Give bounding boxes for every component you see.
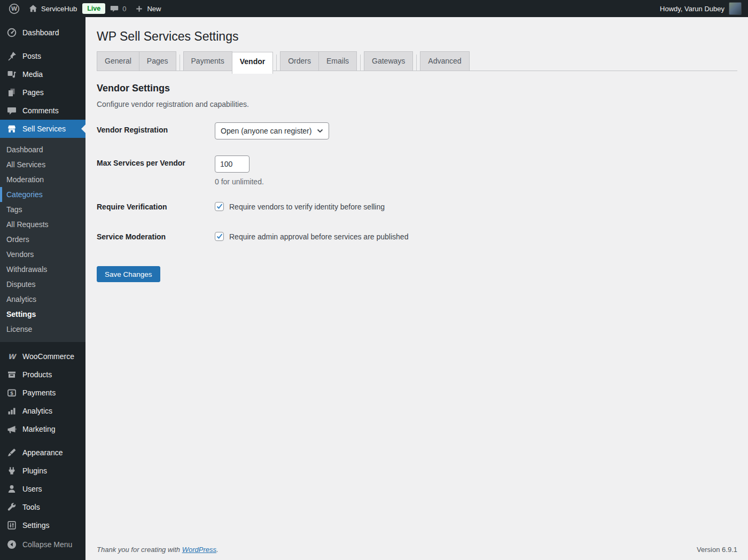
- sidebar-item-analytics[interactable]: Analytics: [0, 402, 85, 420]
- tab-divider: [276, 55, 277, 71]
- sidebar-item-label: Marketing: [22, 425, 55, 433]
- sidebar-item-comments[interactable]: Comments: [0, 102, 85, 120]
- submenu-item-disputes[interactable]: Disputes: [0, 277, 85, 292]
- sidebar-item-woocommerce[interactable]: W WooCommerce: [0, 347, 85, 365]
- tab-advanced[interactable]: Advanced: [420, 51, 469, 71]
- sidebar-item-label: Dashboard: [22, 28, 59, 37]
- sliders-icon: [6, 520, 17, 531]
- submenu-item-withdrawals[interactable]: Withdrawals: [0, 262, 85, 277]
- sidebar-item-products[interactable]: Products: [0, 365, 85, 384]
- comment-bubble-icon: [110, 4, 119, 13]
- woocommerce-icon: W: [6, 351, 17, 362]
- site-name: ServiceHub: [41, 5, 77, 13]
- checkmark-icon: [216, 204, 223, 209]
- checkbox-label[interactable]: Require admin approval before services a…: [229, 232, 408, 241]
- sidebar-item-users[interactable]: Users: [0, 480, 85, 498]
- vendor-registration-select[interactable]: Open (anyone can register): [215, 122, 329, 139]
- collapse-menu-label: Collapse Menu: [22, 540, 72, 549]
- max-services-input[interactable]: [215, 155, 250, 173]
- comments-menu[interactable]: 0: [105, 0, 130, 17]
- tab-emails[interactable]: Emails: [318, 51, 357, 71]
- sidebar-item-label: Media: [22, 70, 43, 79]
- chevron-down-icon: [317, 129, 323, 133]
- tab-payments[interactable]: Payments: [183, 51, 232, 71]
- submenu-item-settings[interactable]: Settings: [0, 307, 85, 322]
- megaphone-icon: [6, 424, 17, 434]
- avatar[interactable]: [729, 2, 742, 15]
- bar-chart-icon: [6, 406, 17, 416]
- sidebar-item-label: Analytics: [22, 407, 52, 415]
- submenu-label: Orders: [6, 235, 29, 244]
- submenu-item-dashboard[interactable]: Dashboard: [0, 142, 85, 157]
- sidebar-item-label: Products: [22, 370, 52, 379]
- collapse-menu-button[interactable]: Collapse Menu: [0, 535, 85, 554]
- sidebar-item-plugins[interactable]: Plugins: [0, 462, 85, 480]
- content-spacer: [97, 282, 737, 546]
- main-content: WP Sell Services Settings General Pages …: [85, 17, 748, 560]
- field-label: Service Moderation: [97, 232, 215, 241]
- checkbox-label[interactable]: Require vendors to verify identity befor…: [229, 203, 385, 211]
- sidebar-item-tools[interactable]: Tools: [0, 498, 85, 516]
- admin-sidebar: Dashboard Posts Media Pages: [0, 17, 85, 560]
- submenu-item-license[interactable]: License: [0, 322, 85, 337]
- sell-services-submenu: Dashboard All Services Moderation Catego…: [0, 138, 85, 342]
- sidebar-item-label: Pages: [22, 88, 44, 97]
- submenu-item-tags[interactable]: Tags: [0, 202, 85, 217]
- tab-orders[interactable]: Orders: [280, 51, 319, 71]
- sidebar-item-appearance[interactable]: Appearance: [0, 444, 85, 462]
- submenu-label: Analytics: [6, 295, 36, 304]
- section-heading: Vendor Settings: [97, 83, 737, 94]
- home-icon: [28, 4, 38, 13]
- vendor-settings-form: Vendor Registration Open (anyone can reg…: [97, 122, 737, 282]
- comments-icon: [6, 105, 17, 116]
- submenu-label: Vendors: [6, 250, 34, 259]
- tab-pages[interactable]: Pages: [139, 51, 176, 71]
- form-row-max-services: Max Services per Vendor 0 for unlimited.: [97, 155, 737, 186]
- submenu-item-moderation[interactable]: Moderation: [0, 172, 85, 187]
- sidebar-item-label: Posts: [22, 52, 41, 60]
- sidebar-item-posts[interactable]: Posts: [0, 47, 85, 65]
- field-label: Vendor Registration: [97, 122, 215, 134]
- new-content-menu[interactable]: New: [130, 0, 165, 17]
- wordpress-logo-icon[interactable]: W: [4, 0, 24, 17]
- collapse-arrow-icon: [6, 539, 17, 550]
- sidebar-item-media[interactable]: Media: [0, 65, 85, 83]
- sidebar-item-marketing[interactable]: Marketing: [0, 420, 85, 438]
- tab-gateways[interactable]: Gateways: [364, 51, 413, 71]
- dashboard-icon: [6, 27, 17, 38]
- save-changes-button[interactable]: Save Changes: [97, 266, 160, 282]
- submenu-label: Settings: [6, 310, 36, 318]
- sidebar-item-sell-services[interactable]: Sell Services: [0, 120, 85, 138]
- submenu-label: All Requests: [6, 220, 49, 229]
- service-moderation-checkbox[interactable]: [215, 232, 224, 241]
- dollar-card-icon: $: [6, 387, 17, 398]
- account-greeting[interactable]: Howdy, Varun Dubey: [660, 5, 724, 13]
- submenu-item-vendors[interactable]: Vendors: [0, 247, 85, 262]
- require-verification-checkbox[interactable]: [215, 202, 224, 211]
- sidebar-item-label: Comments: [22, 106, 59, 115]
- tab-vendor[interactable]: Vendor: [232, 52, 273, 74]
- submenu-item-all-services[interactable]: All Services: [0, 157, 85, 172]
- sidebar-item-payments[interactable]: $ Payments: [0, 384, 85, 402]
- submenu-item-categories[interactable]: Categories: [0, 187, 85, 202]
- sidebar-item-settings[interactable]: Settings: [0, 516, 85, 534]
- svg-text:W: W: [11, 5, 18, 12]
- tab-general[interactable]: General: [97, 51, 139, 71]
- wordpress-link[interactable]: WordPress: [182, 546, 216, 554]
- submenu-item-orders[interactable]: Orders: [0, 232, 85, 247]
- user-icon: [6, 484, 17, 494]
- plus-icon: [135, 4, 144, 13]
- sidebar-item-label: Sell Services: [22, 125, 66, 133]
- site-menu[interactable]: ServiceHub: [24, 0, 81, 17]
- sidebar-item-label: Users: [22, 485, 42, 493]
- sidebar-item-dashboard[interactable]: Dashboard: [0, 24, 85, 42]
- box-icon: [6, 369, 17, 380]
- field-label: Max Services per Vendor: [97, 155, 215, 167]
- submenu-item-analytics[interactable]: Analytics: [0, 292, 85, 307]
- submenu-item-all-requests[interactable]: All Requests: [0, 217, 85, 232]
- admin-bar: W ServiceHub Live 0 New Howdy, Varun Dub…: [0, 0, 748, 17]
- checkmark-icon: [216, 234, 223, 239]
- submenu-label: Withdrawals: [6, 265, 47, 274]
- version-text: Version 6.9.1: [697, 546, 737, 554]
- sidebar-item-pages[interactable]: Pages: [0, 83, 85, 102]
